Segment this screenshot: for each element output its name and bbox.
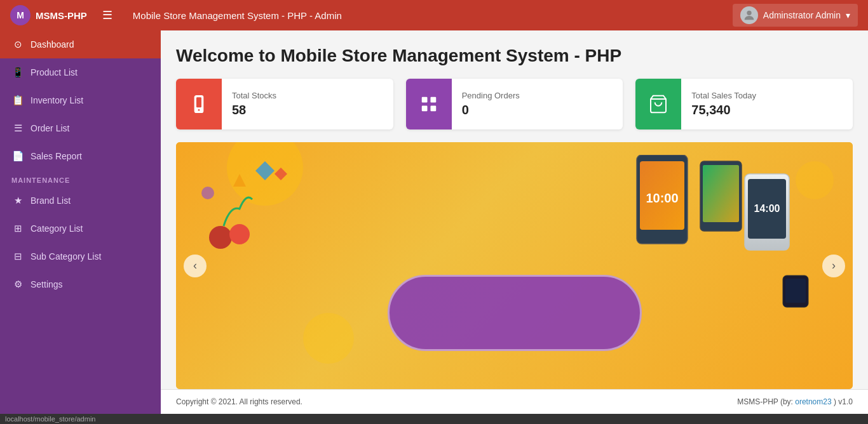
order-list-icon: ☰	[11, 122, 24, 135]
svg-marker-22	[255, 161, 275, 180]
carousel: 10:00 14:00	[176, 142, 853, 389]
total-stocks-label: Total Stocks	[232, 91, 276, 100]
dashboard-icon: ⊙	[11, 38, 24, 51]
cart-icon	[648, 94, 668, 114]
svg-point-0	[747, 11, 751, 15]
sidebar-item-order-list[interactable]: ☰ Order List	[0, 114, 161, 142]
svg-rect-19	[785, 279, 806, 303]
sidebar-item-category-list[interactable]: ⊞ Category List	[0, 215, 161, 242]
phone-icon	[189, 94, 209, 114]
stat-card-total-stocks: Total Stocks 58	[176, 79, 393, 129]
svg-rect-4	[421, 97, 427, 103]
sidebar-item-label: Sales Report	[31, 151, 82, 161]
svg-point-21	[229, 224, 250, 244]
svg-rect-11	[703, 165, 739, 222]
svg-rect-5	[430, 97, 436, 103]
page-title: Welcome to Mobile Store Management Syste…	[176, 46, 853, 66]
svg-text:10:00: 10:00	[646, 191, 678, 205]
settings-icon: ⚙	[11, 278, 24, 291]
sidebar-item-settings[interactable]: ⚙ Settings	[0, 270, 161, 298]
svg-point-24	[201, 187, 214, 199]
svg-rect-6	[421, 106, 427, 112]
pending-orders-label: Pending Orders	[462, 91, 520, 100]
svg-rect-7	[430, 106, 436, 112]
sidebar-item-inventory-list[interactable]: 📋 Inventory List	[0, 86, 161, 114]
stat-card-pending-orders: Pending Orders 0	[406, 79, 623, 129]
sidebar-item-label: Sub Category List	[31, 251, 101, 262]
footer: Copyright © 2021. All rights reserved. M…	[161, 389, 868, 414]
pending-orders-text: Pending Orders 0	[452, 79, 530, 129]
status-bar: localhost/mobile_store/admin	[0, 414, 868, 424]
sales-report-icon: 📄	[11, 150, 24, 162]
app-name: MSMS-PHP	[36, 10, 87, 21]
footer-credit: MSMS-PHP (by: oretnom23 ) v1.0	[737, 397, 853, 406]
app-logo: M MSMS-PHP	[10, 5, 87, 25]
maintenance-section-label: Maintenance	[0, 170, 161, 187]
carousel-next-button[interactable]: ›	[822, 255, 845, 277]
svg-text:14:00: 14:00	[754, 203, 780, 214]
svg-marker-25	[233, 174, 246, 187]
total-sales-value: 75,340	[691, 103, 756, 117]
footer-author-link[interactable]: oretnom23	[795, 397, 831, 406]
navbar-left: M MSMS-PHP ☰ Mobile Store Management Sys…	[10, 5, 342, 25]
pending-orders-icon-box	[406, 79, 452, 129]
sidebar: ⊙ Dashboard 📱 Product List 📋 Inventory L…	[0, 30, 161, 414]
stats-row: Total Stocks 58 Pending Orders 0	[176, 79, 853, 129]
deco-items-svg	[195, 155, 297, 256]
sidebar-item-label: Brand List	[31, 195, 71, 206]
sub-category-list-icon: ⊟	[11, 250, 24, 263]
deco-circle-2	[303, 313, 354, 364]
user-avatar	[740, 6, 758, 24]
carousel-prev-button[interactable]: ‹	[184, 255, 207, 277]
sidebar-item-product-list[interactable]: 📱 Product List	[0, 58, 161, 86]
brand-list-icon: ★	[11, 194, 24, 207]
top-navbar: M MSMS-PHP ☰ Mobile Store Management Sys…	[0, 0, 868, 30]
footer-credit-suffix: ) v1.0	[832, 397, 853, 406]
user-name: Adminstrator Admin	[763, 10, 841, 20]
pending-orders-value: 0	[462, 103, 520, 117]
status-url: localhost/mobile_store/admin	[5, 415, 95, 423]
phones-svg: 10:00 14:00	[548, 155, 815, 345]
sidebar-item-label: Settings	[31, 279, 63, 289]
footer-copyright: Copyright © 2021. All rights reserved.	[176, 397, 302, 406]
logo-avatar: M	[10, 5, 31, 25]
total-stocks-text: Total Stocks 58	[222, 79, 287, 129]
stat-card-total-sales: Total Sales Today 75,340	[635, 79, 853, 129]
total-sales-icon-box	[635, 79, 681, 129]
product-list-icon: 📱	[11, 66, 24, 79]
sidebar-item-label: Inventory List	[31, 95, 83, 105]
grid-icon	[419, 95, 438, 114]
category-list-icon: ⊞	[11, 222, 24, 235]
sidebar-item-sales-report[interactable]: 📄 Sales Report	[0, 142, 161, 170]
sidebar-item-dashboard[interactable]: ⊙ Dashboard	[0, 30, 161, 58]
sidebar-item-label: Product List	[31, 67, 78, 77]
total-sales-text: Total Sales Today 75,340	[681, 79, 766, 129]
total-stocks-value: 58	[232, 103, 276, 117]
navbar-right: Adminstrator Admin ▾	[733, 4, 858, 27]
sidebar-item-label: Category List	[31, 223, 83, 234]
navbar-title: Mobile Store Management System - PHP - A…	[133, 10, 342, 21]
svg-marker-23	[275, 168, 287, 180]
total-sales-label: Total Sales Today	[691, 91, 756, 100]
content-area: Welcome to Mobile Store Management Syste…	[161, 30, 868, 414]
svg-rect-2	[196, 97, 201, 107]
dropdown-arrow: ▾	[846, 10, 850, 20]
footer-credit-prefix: MSMS-PHP (by:	[737, 397, 795, 406]
svg-point-3	[198, 109, 200, 111]
sidebar-item-brand-list[interactable]: ★ Brand List	[0, 187, 161, 215]
sidebar-item-label: Order List	[31, 123, 69, 133]
main-layout: ⊙ Dashboard 📱 Product List 📋 Inventory L…	[0, 30, 868, 414]
svg-point-20	[209, 226, 232, 249]
user-dropdown[interactable]: Adminstrator Admin ▾	[733, 4, 858, 27]
total-stocks-icon-box	[176, 79, 222, 129]
inventory-list-icon: 📋	[11, 94, 24, 107]
hamburger-button[interactable]: ☰	[97, 6, 118, 25]
sidebar-item-sub-category-list[interactable]: ⊟ Sub Category List	[0, 242, 161, 270]
sidebar-item-label: Dashboard	[31, 39, 74, 50]
